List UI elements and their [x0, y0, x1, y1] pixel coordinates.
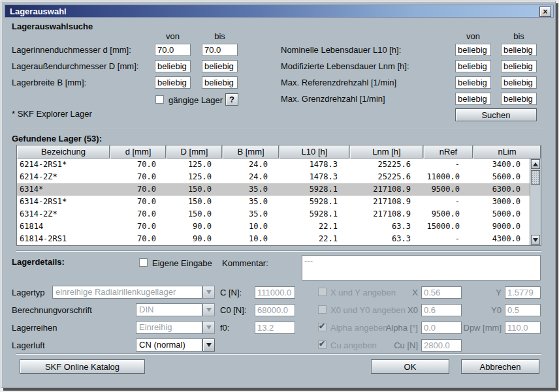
scroll-up-icon: [533, 162, 538, 166]
c0-field: 68000.0: [255, 304, 295, 316]
column-header-nRef[interactable]: nRef: [424, 145, 473, 158]
ok-button[interactable]: OK: [371, 359, 449, 374]
close-button[interactable]: ×: [539, 7, 551, 17]
combo-arrow-button[interactable]: [202, 321, 215, 334]
cell-Lnm: 63.3: [347, 220, 420, 233]
width-von-input[interactable]: [155, 76, 191, 89]
cancel-button[interactable]: Abbrechen: [461, 359, 539, 374]
cell-nRef: -: [420, 196, 469, 208]
column-header-B[interactable]: B [mm]: [223, 145, 279, 158]
y-label: Y: [457, 288, 502, 297]
cell-D: 125.0: [165, 171, 221, 183]
cell-D: 125.0: [165, 158, 221, 171]
cell-Lnm: 217108.9: [347, 196, 420, 208]
cell-nLim: 3400.0: [469, 158, 530, 171]
cell-nRef: -: [420, 233, 469, 245]
table-body: 6214-2RS1* 70.0 125.0 24.0 1478.3 25225.…: [17, 158, 530, 245]
scroll-up-button[interactable]: [531, 159, 540, 169]
cell-Lnm: 25225.6: [347, 171, 420, 183]
clearance-combo[interactable]: CN (normal): [136, 339, 215, 352]
outer-diameter-bis-input[interactable]: [202, 60, 238, 72]
table-row[interactable]: 61814-2RS1 70.0 90.0 10.0 22.1 63.3 - 43…: [17, 233, 530, 245]
checkmark-icon: ✔: [319, 322, 325, 331]
xy-checkbox: [318, 288, 327, 296]
cell-d: 70.0: [110, 171, 165, 183]
y0-label: Y0: [457, 305, 502, 315]
search-button-label: Suchen: [481, 110, 510, 120]
von-column-label: von: [155, 31, 191, 41]
common-bearings-checkbox[interactable]: [155, 95, 164, 104]
comment-box[interactable]: ---: [302, 255, 541, 280]
dpw-label: Dpw [mm]: [457, 323, 502, 333]
combo-arrow-button[interactable]: [202, 339, 215, 352]
combo-arrow-button[interactable]: [202, 303, 215, 316]
column-header-d[interactable]: d [mm]: [110, 145, 166, 158]
bearing-rows-label: Lagerreihen: [12, 323, 57, 333]
l10-bis-input[interactable]: [501, 44, 537, 56]
calc-rule-value: DIN: [136, 303, 202, 316]
limit-speed-bis-input[interactable]: [501, 93, 537, 105]
bearing-rows-combo[interactable]: Einreihig: [136, 321, 215, 334]
table-row[interactable]: 6214-2Z* 70.0 125.0 24.0 1478.3 25225.6 …: [17, 171, 530, 183]
ref-speed-von-input[interactable]: [455, 76, 491, 89]
cell-B: 35.0: [221, 183, 277, 196]
cell-d: 70.0: [110, 208, 165, 220]
lnm-von-input[interactable]: [455, 60, 491, 72]
inner-diameter-von-input[interactable]: [155, 44, 191, 56]
width-bis-input[interactable]: [202, 76, 238, 89]
column-header-bezeichung[interactable]: Bezeichung: [17, 145, 110, 158]
scroll-down-icon: [533, 238, 538, 242]
cell-L10: 1478.3: [277, 158, 347, 171]
cell-bezeichung: 6314*: [17, 183, 110, 196]
help-button[interactable]: ?: [225, 93, 238, 106]
results-heading: Gefundene Lager (53):: [12, 134, 102, 143]
ref-speed-bis-input[interactable]: [501, 76, 537, 89]
cell-bezeichung: 6214-2RS1*: [17, 158, 110, 171]
cell-bezeichung: 61814: [17, 220, 110, 233]
cell-L10: 5928.1: [277, 208, 347, 220]
table-row[interactable]: 6214-2RS1* 70.0 125.0 24.0 1478.3 25225.…: [17, 158, 530, 171]
own-input-checkbox[interactable]: [139, 258, 148, 267]
scroll-down-button[interactable]: [531, 235, 540, 245]
cell-nRef: -: [420, 158, 469, 171]
title-bar[interactable]: Lagerauswahl ×: [5, 5, 554, 18]
bis-column-label-right: bis: [501, 31, 537, 41]
x-field: 0.56: [421, 286, 462, 299]
column-header-D[interactable]: D [mm]: [167, 145, 222, 158]
cell-L10: 5928.1: [277, 196, 347, 208]
limit-speed-von-input[interactable]: [455, 93, 491, 105]
calc-rule-combo[interactable]: DIN: [136, 303, 215, 316]
outer-diameter-von-input[interactable]: [155, 60, 191, 72]
cell-L10: 5928.1: [277, 183, 347, 196]
bearing-type-value: einreihige Radialrillenkugellager: [52, 286, 202, 299]
lnm-bis-input[interactable]: [501, 60, 537, 72]
column-header-L10[interactable]: L10 [h]: [280, 145, 349, 158]
vertical-scrollbar[interactable]: [530, 158, 541, 245]
inner-diameter-bis-input[interactable]: [202, 44, 238, 56]
lnm-life-label: Modifizierte Lebensdauer Lnm [h]:: [281, 61, 409, 71]
table-row[interactable]: 61814 70.0 90.0 10.0 22.1 63.3 15000.0 9…: [17, 220, 530, 233]
skf-catalog-button[interactable]: SKF Online Katalog: [20, 359, 145, 374]
results-table: Bezeichung d [mm] D [mm] B [mm] L10 [h] …: [16, 145, 541, 246]
column-header-nLim[interactable]: nLim: [473, 145, 541, 158]
cell-nRef: 15000.0: [420, 220, 469, 233]
search-button[interactable]: Suchen: [455, 108, 537, 121]
table-header-row: Bezeichung d [mm] D [mm] B [mm] L10 [h] …: [17, 145, 541, 158]
calc-rule-label: Berechnungvorschrift: [12, 305, 92, 315]
cell-nLim: 3000.0: [469, 196, 530, 208]
combo-arrow-button[interactable]: [202, 286, 215, 299]
alpha-field: 0.0: [421, 322, 462, 334]
x0-label: X0: [366, 305, 418, 315]
column-header-Lnm[interactable]: Lnm [h]: [350, 145, 423, 158]
clearance-label: Lagerluft: [12, 340, 45, 350]
scroll-thumb[interactable]: [531, 170, 540, 185]
limit-speed-label: Max. Grenzdrehzahl [1/min]: [281, 94, 385, 104]
cell-B: 35.0: [221, 196, 277, 208]
table-row[interactable]: 6314-2RS1* 70.0 150.0 35.0 5928.1 217108…: [17, 196, 530, 208]
table-row-selected[interactable]: 6314* 70.0 150.0 35.0 5928.1 217108.9 95…: [17, 183, 530, 196]
bearing-type-combo[interactable]: einreihige Radialrillenkugellager: [52, 286, 215, 299]
l10-von-input[interactable]: [455, 44, 491, 56]
table-row[interactable]: 6314-2Z* 70.0 150.0 35.0 5928.1 217108.9…: [17, 208, 530, 220]
c0-label: C0 [N]:: [220, 305, 246, 315]
cell-L10: 22.1: [277, 233, 347, 245]
